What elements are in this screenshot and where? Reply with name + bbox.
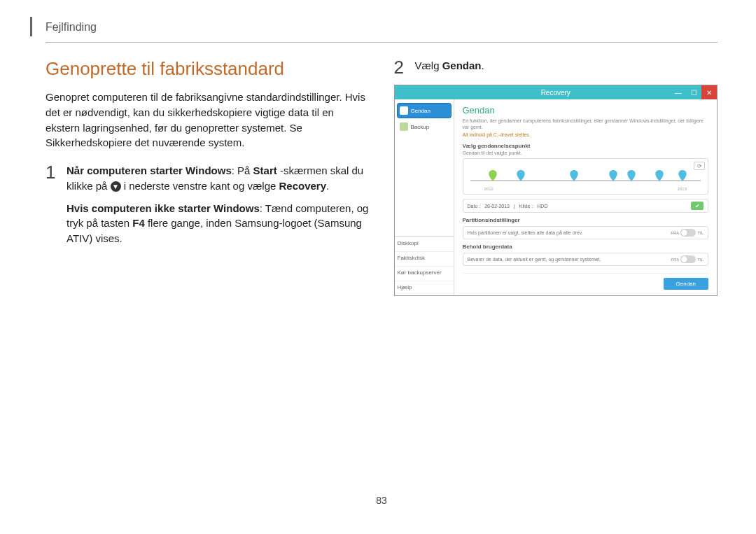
keepdata-text: Bevarer de data, der aktuelt er gemt, og… [468,257,601,262]
status-row: Dato : 28-02-2013 | Kilde : HDD ✔ [463,199,709,213]
start-word: Start [253,164,277,176]
status-ok-icon: ✔ [691,202,704,210]
left-column: Genoprette til fabriksstandard Genopret … [46,58,370,488]
page-title: Genoprette til fabriksstandard [46,58,370,80]
partition-toggle[interactable]: FRA TIL [671,229,704,237]
window-title: Recovery [541,89,570,97]
backup-icon [400,122,408,131]
recovery-word: Recovery [279,180,327,192]
step-number: 1 [46,163,59,181]
panel-title: Gendan [463,105,709,115]
step-2-body: Vælg Gendan. [415,58,718,73]
partition-title: Partitionsindstillinger [463,217,709,223]
step-2: 2 Vælg Gendan. [394,58,718,76]
step1-cond-b: Hvis computeren ikke starter Windows [66,202,260,214]
intro-paragraph: Genopret computeren til de fabriksangivn… [46,90,370,150]
recovery-app-screenshot: Recovery — ☐ ✕ Gendan [394,85,718,296]
breadcrumb-text: Fejlfinding [46,21,97,33]
year-label: 2012 [484,187,493,191]
restore-pin[interactable] [517,170,525,181]
keepdata-option: Bevarer de data, der aktuelt er gemt, og… [463,253,709,266]
gendan-button[interactable]: Gendan [664,278,708,290]
minimize-button[interactable]: — [671,85,686,99]
keepdata-toggle[interactable]: FRA TIL [671,255,704,263]
restore-pin[interactable] [489,170,497,181]
gendan-word: Gendan [442,59,482,71]
partition-option: Hvis partitionen er valgt, slettes alle … [463,226,709,239]
status-date: 28-02-2013 [484,204,510,209]
sidebar-item-factorydisk[interactable]: Faktiskdisk [395,251,454,264]
page-number: 83 [46,488,718,506]
step-number: 2 [394,58,408,76]
panel-warning: Alt indhold på C:-drevet slettes. [463,132,709,137]
sidebar: Gendan Backup Diskkopi Faktiskdisk Kør b… [395,99,454,295]
restore-icon [400,106,408,115]
right-column: 2 Vælg Gendan. Recovery — ☐ ✕ [394,58,718,488]
down-arrow-icon: ▼ [111,181,121,192]
window-titlebar: Recovery — ☐ ✕ [395,85,718,99]
breadcrumb: Fejlfinding [46,21,718,34]
main-panel: Gendan En funktion, der gendanner comput… [454,99,718,295]
crumb-marker [30,17,32,36]
divider [46,42,718,43]
restore-pin[interactable] [655,170,664,181]
status-source: HDD [537,204,547,209]
panel-desc: En funktion, der gendanner computerens f… [463,118,709,130]
keepdata-title: Behold brugerdata [463,244,709,250]
restore-pin[interactable] [570,170,578,181]
timeline: ⟳ 2 [463,158,709,195]
sidebar-item-backupserver[interactable]: Kør backupserver [395,266,454,279]
sidebar-item-help[interactable]: Hjælp [395,281,454,293]
partition-text: Hvis partitionen er valgt, slettes alle … [468,230,583,235]
f4-key: F4 [132,217,145,229]
step-1-body: Når computeren starter Windows: På Start… [66,163,370,246]
restore-point-sub: Gendan til det valgte punkt. [463,150,709,155]
maximize-button[interactable]: ☐ [686,85,701,99]
close-button[interactable]: ✕ [701,85,717,99]
restore-pin[interactable] [678,170,687,181]
step-1: 1 Når computeren starter Windows: På Sta… [46,163,370,246]
restore-point-title: Vælg gendannelsespunkt [463,143,709,149]
sidebar-label: Backup [411,124,430,130]
year-label: 2013 [678,187,687,191]
sidebar-label: Gendan [411,108,430,114]
step1-cond-a: Når computeren starter Windows [66,164,232,176]
sidebar-item-backup[interactable]: Backup [398,120,451,134]
restore-pin[interactable] [627,170,636,181]
sidebar-item-diskcopy[interactable]: Diskkopi [395,237,454,249]
sidebar-item-gendan[interactable]: Gendan [398,104,451,118]
restore-pin[interactable] [609,170,617,181]
